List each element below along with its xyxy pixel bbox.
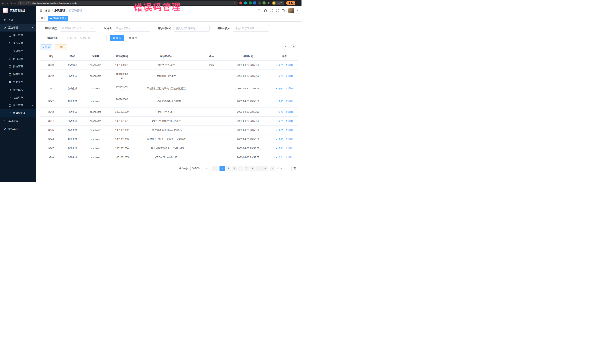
sidebar-item[interactable]: 岗位管理	[0, 63, 36, 70]
extension-leaf-icon[interactable]	[263, 1, 266, 4]
url-text[interactable]: dashboard.yudao.iocoder.cn/system/error-…	[33, 2, 232, 4]
page-button-3[interactable]: 3	[232, 166, 237, 171]
date-range-picker[interactable]: 开始日期 - 结束日期	[60, 35, 106, 41]
security-label[interactable]: 不安全	[23, 2, 29, 4]
cell-remark	[197, 135, 226, 144]
more-pages-button[interactable]: ···	[256, 166, 262, 171]
browser-home-icon[interactable]: ⌂	[14, 2, 16, 4]
extension-green-check-icon[interactable]: v	[249, 1, 252, 4]
reload-icon[interactable]: ⟳	[10, 2, 13, 4]
page-button-5[interactable]: 5	[244, 166, 249, 171]
edit-link[interactable]: 修改	[276, 119, 283, 122]
reset-button[interactable]: 重置	[126, 35, 140, 41]
sidebar-item-label: 错误码管理	[13, 111, 25, 115]
search-icon[interactable]	[258, 9, 261, 12]
sidebar-item[interactable]: 在线用户	[0, 94, 36, 101]
breadcrumb-current: 错误码管理	[69, 9, 82, 12]
delete-link[interactable]: 删除	[286, 74, 293, 77]
bookmark-star-icon[interactable]: ☆	[233, 2, 235, 4]
error-hint-input[interactable]	[233, 25, 269, 32]
edit-link[interactable]: 修改	[276, 63, 283, 66]
next-page-button[interactable]: ›	[270, 166, 275, 171]
user-avatar[interactable]	[288, 8, 294, 13]
update-button[interactable]: 更新	[286, 1, 295, 5]
prev-page-button[interactable]: ‹	[212, 166, 218, 171]
goto-page-input[interactable]	[284, 166, 292, 171]
profile-chip[interactable]: 已暂停	[272, 1, 284, 5]
page-button-6[interactable]: 6	[250, 166, 255, 171]
breadcrumb-system[interactable]: 系统管理	[54, 9, 65, 12]
error-type-select[interactable]: 请选择错误码类型	[60, 25, 96, 32]
delete-link[interactable]: 删除	[286, 137, 293, 141]
fullscreen-icon[interactable]	[276, 9, 279, 12]
caret-down-icon[interactable]	[297, 10, 299, 11]
edit-link[interactable]: 修改	[276, 87, 283, 90]
search-button[interactable]: 搜索	[110, 35, 124, 41]
page-button-8[interactable]: 8	[262, 166, 268, 171]
extensions-puzzle-icon[interactable]	[267, 1, 270, 4]
page-button-2[interactable]: 2	[226, 166, 231, 171]
sidebar-item[interactable]: 基础设施	[0, 117, 36, 125]
back-icon[interactable]: ←	[2, 2, 4, 4]
tab-home[interactable]: 首页	[39, 16, 47, 21]
error-code-input[interactable]	[173, 25, 210, 32]
delete-link[interactable]: 删除	[286, 119, 293, 122]
edit-link[interactable]: 修改	[276, 110, 283, 113]
help-icon[interactable]: ?	[270, 9, 273, 12]
delete-link[interactable]: 删除	[286, 146, 293, 150]
delete-link[interactable]: 删除	[286, 128, 293, 132]
cell-id: 3946	[40, 135, 62, 144]
extension-grid-icon[interactable]	[253, 1, 256, 4]
edit-link[interactable]: 修改	[276, 146, 283, 150]
edit-link[interactable]: 修改	[276, 128, 283, 132]
cell-code: 1001000002	[108, 70, 135, 82]
sidebar-item[interactable]: 错误码管理	[0, 109, 36, 117]
cell-app: dashboard	[82, 61, 108, 70]
sidebar-item[interactable]: 研发工具	[0, 125, 36, 133]
sidebar-item[interactable]: 字典管理	[0, 70, 36, 78]
code-icon	[9, 112, 11, 115]
close-icon[interactable]: ×	[65, 17, 66, 20]
sidebar-item[interactable]: 角色管理	[0, 39, 36, 47]
sidebar-item[interactable]: 通知公告	[0, 78, 36, 86]
delete-link[interactable]: 删除	[286, 110, 293, 113]
delete-link[interactable]: 删除	[286, 99, 293, 103]
edit-link[interactable]: 修改	[276, 99, 283, 103]
logo[interactable]: 芋道管理系统	[0, 6, 36, 15]
page-button-4[interactable]: 4	[238, 166, 243, 171]
font-size-icon[interactable]: TT	[282, 9, 285, 12]
sidebar-item[interactable]: 用户管理	[0, 32, 36, 39]
edit-link[interactable]: 修改	[276, 74, 283, 77]
add-button[interactable]: + 新增	[40, 44, 52, 50]
delete-link[interactable]: 删除	[286, 63, 293, 66]
sidebar-item[interactable]: 部门管理	[0, 55, 36, 63]
page-size-select[interactable]: 10条/页	[190, 166, 209, 171]
sidebar-item[interactable]: 首页	[0, 16, 36, 24]
forward-icon[interactable]: →	[6, 2, 9, 4]
edit-link[interactable]: 修改	[276, 137, 283, 141]
sidebar-item[interactable]: 短信管理	[0, 101, 36, 109]
delete-link[interactable]: 删除	[286, 155, 293, 159]
github-icon[interactable]	[264, 9, 267, 12]
toggle-search-icon[interactable]	[283, 44, 289, 50]
tab-error-code[interactable]: 错误码管理 ×	[48, 16, 68, 21]
url-bar[interactable]: ⚠ 不安全 | dashboard.yudao.iocoder.cn/syste…	[17, 1, 238, 5]
export-button[interactable]: 导出	[54, 44, 67, 50]
extension-red-icon[interactable]	[239, 1, 242, 4]
start-date-placeholder: 开始日期	[66, 36, 76, 40]
sidebar-item[interactable]: 菜单管理	[0, 47, 36, 55]
hamburger-icon[interactable]	[39, 9, 43, 12]
app-name-input[interactable]	[114, 25, 150, 32]
extension-on-badge-icon[interactable]: on	[258, 1, 261, 4]
extension-teal-icon[interactable]	[244, 1, 247, 4]
browser-menu-icon[interactable]: ⋮	[297, 2, 300, 4]
breadcrumb-home[interactable]: 首页	[45, 9, 50, 12]
edit-link[interactable]: 修改	[276, 155, 283, 159]
delete-icon	[286, 87, 288, 89]
refresh-icon[interactable]	[291, 44, 296, 50]
sidebar-item[interactable]: 审计日志	[0, 86, 36, 94]
col-header-remark: 备注	[197, 52, 226, 61]
delete-link[interactable]: 删除	[286, 87, 293, 90]
sidebar-item[interactable]: 系统管理	[0, 24, 36, 32]
page-button-1[interactable]: 1	[220, 166, 225, 171]
